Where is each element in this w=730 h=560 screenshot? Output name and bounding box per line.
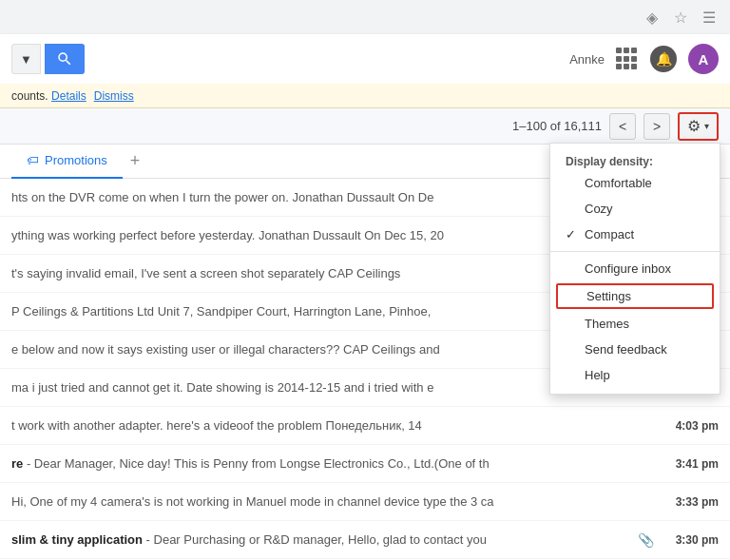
tab-promotions-label: Promotions [45, 153, 107, 167]
email-snippet: re - Dear Manager, Nice day! This is Pen… [11, 456, 654, 471]
email-snippet: slim & tiny application - Dear Purchasin… [11, 532, 630, 547]
check-comfortable [566, 176, 579, 190]
prev-page-button[interactable]: < [609, 113, 636, 140]
next-page-button[interactable]: > [644, 113, 670, 140]
send-feedback-label: Send feedback [585, 342, 667, 357]
density-compact[interactable]: ✓ Compact [550, 222, 720, 247]
top-bar: ◈ ☆ ☰ [0, 0, 730, 34]
email-time: 3:30 pm [662, 533, 719, 547]
help-item[interactable]: Help [550, 362, 720, 388]
search-dropdown-button[interactable]: ▼ [11, 44, 41, 74]
check-compact: ✓ [566, 227, 579, 241]
promotions-icon: 🏷 [27, 153, 39, 167]
email-row[interactable]: slim & tiny application - Dear Purchasin… [0, 521, 730, 559]
density-comfortable-label: Comfortable [585, 176, 652, 190]
email-time: 3:41 pm [662, 457, 719, 471]
settings-item[interactable]: Settings [556, 283, 714, 309]
check-configure [566, 261, 579, 276]
settings-dropdown: Display density: Comfortable Cozy ✓ Comp… [549, 143, 720, 395]
check-cozy [566, 202, 579, 216]
send-feedback-item[interactable]: Send feedback [550, 337, 720, 362]
email-snippet: t work with another adapter. here's a vi… [11, 418, 654, 433]
apps-grid-icon[interactable] [616, 48, 639, 70]
email-row[interactable]: re - Dear Manager, Nice day! This is Pen… [0, 445, 730, 483]
check-themes [566, 317, 579, 331]
star-icon[interactable]: ☆ [671, 8, 690, 27]
themes-label: Themes [585, 317, 629, 331]
diamond-icon[interactable]: ◈ [643, 8, 662, 27]
notif-details-link[interactable]: Details [51, 89, 86, 103]
pagination-info: 1–100 of 16,111 [512, 119, 602, 133]
user-area: Annke 🔔 A [569, 44, 719, 74]
configure-inbox-label: Configure inbox [585, 261, 671, 276]
density-compact-label: Compact [585, 227, 634, 241]
themes-item[interactable]: Themes [550, 311, 720, 337]
email-row[interactable]: Hi, One of my 4 camera's is not working … [0, 483, 730, 521]
search-button[interactable] [45, 44, 85, 74]
attachment-icon: 📎 [638, 532, 654, 548]
check-settings [567, 289, 581, 303]
header: ▼ Annke 🔔 A [0, 34, 730, 84]
notif-text: counts. [11, 89, 48, 103]
check-feedback [566, 342, 579, 357]
density-cozy-label: Cozy [585, 202, 613, 216]
dropdown-divider [550, 251, 720, 252]
add-tab-button[interactable]: + [123, 151, 148, 171]
settings-label: Settings [586, 289, 631, 303]
notifications-bell-icon[interactable]: 🔔 [650, 46, 677, 72]
tab-promotions[interactable]: 🏷 Promotions [11, 145, 123, 179]
email-time: 3:33 pm [662, 495, 719, 509]
avatar[interactable]: A [688, 44, 719, 74]
notification-bar: counts. Details Dismiss [0, 84, 730, 108]
email-time: 4:03 pm [662, 419, 719, 433]
email-snippet: Hi, One of my 4 camera's is not working … [11, 494, 654, 509]
email-row[interactable]: t work with another adapter. here's a vi… [0, 407, 730, 445]
configure-inbox-item[interactable]: Configure inbox [550, 256, 720, 281]
menu-icon[interactable]: ☰ [700, 8, 719, 27]
gear-icon: ⚙ [687, 117, 701, 135]
settings-gear-button[interactable]: ⚙ ▾ [678, 112, 719, 141]
help-label: Help [585, 368, 610, 382]
check-help [566, 368, 579, 382]
density-comfortable[interactable]: Comfortable [550, 170, 720, 196]
density-cozy[interactable]: Cozy [550, 196, 720, 222]
toolbar: 1–100 of 16,111 < > ⚙ ▾ Display density:… [0, 108, 730, 145]
notif-dismiss-link[interactable]: Dismiss [94, 89, 134, 103]
user-name: Annke [569, 52, 605, 67]
display-density-label: Display density: [550, 149, 720, 170]
settings-caret-icon: ▾ [704, 121, 709, 131]
search-area: ▼ [11, 44, 85, 74]
